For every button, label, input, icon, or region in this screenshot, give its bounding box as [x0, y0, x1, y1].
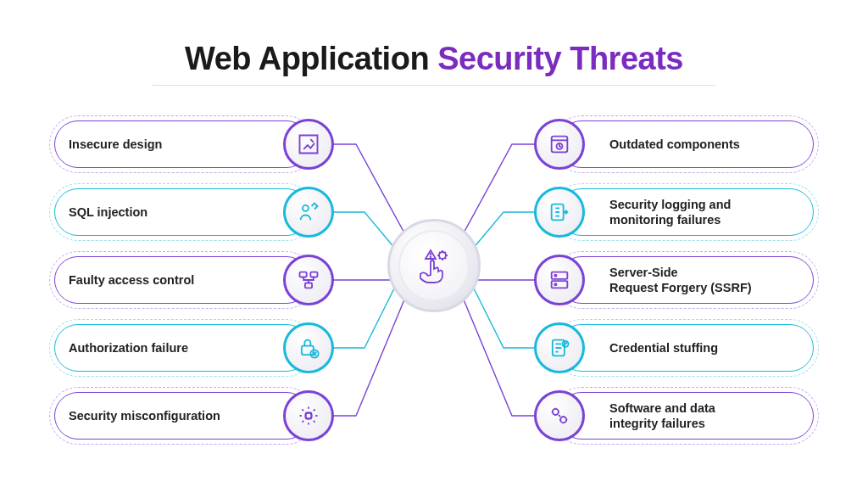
logging-icon — [534, 187, 585, 238]
lock-denied-icon — [283, 322, 334, 373]
threat-insecure-design: Insecure design — [54, 120, 310, 168]
svg-point-16 — [306, 413, 312, 419]
svg-rect-13 — [305, 283, 312, 288]
threat-label: Server-SideRequest Forgery (SSRF) — [609, 265, 752, 295]
threat-label: Insecure design — [69, 137, 162, 152]
threat-faulty-access-control: Faulty access control — [54, 256, 310, 304]
threat-credential-stuffing: Credential stuffing — [558, 324, 814, 372]
threat-authorization-failure: Authorization failure — [54, 324, 310, 372]
threat-logging-failures: Security logging andmonitoring failures — [558, 188, 814, 236]
threat-label: Security misconfiguration — [69, 408, 220, 423]
svg-rect-12 — [310, 272, 317, 277]
threat-sql-injection: SQL injection — [54, 188, 310, 236]
svg-point-27 — [553, 409, 559, 415]
hub-circle — [387, 219, 481, 312]
hand-warning-gear-icon — [414, 245, 454, 286]
threat-outdated-components: Outdated components — [558, 120, 814, 168]
title-part1: Web Application — [185, 41, 437, 76]
misconfig-icon — [283, 390, 334, 441]
access-control-icon — [283, 255, 334, 305]
svg-point-24 — [554, 283, 556, 285]
page-title: Web Application Security Threats — [0, 41, 868, 77]
title-accent: Security Threats — [437, 41, 683, 76]
svg-point-23 — [554, 275, 556, 277]
threat-label: Security logging andmonitoring failures — [609, 197, 731, 227]
title-underline — [153, 85, 715, 86]
svg-point-10 — [303, 205, 309, 211]
integrity-icon — [534, 390, 585, 441]
threat-label: Faulty access control — [69, 272, 194, 288]
svg-rect-11 — [300, 272, 307, 277]
svg-point-28 — [560, 417, 566, 423]
threat-label: SQL injection — [69, 204, 147, 220]
credential-icon — [534, 322, 585, 373]
outdated-icon — [534, 119, 585, 170]
threat-ssrf: Server-SideRequest Forgery (SSRF) — [558, 256, 814, 304]
threat-label: Credential stuffing — [609, 340, 718, 356]
threat-label: Software and dataintegrity failures — [609, 400, 715, 431]
threat-label: Authorization failure — [69, 340, 188, 356]
svg-point-30 — [431, 257, 431, 258]
threat-label: Outdated components — [609, 137, 740, 152]
threat-integrity-failures: Software and dataintegrity failures — [558, 392, 814, 440]
server-icon — [534, 255, 585, 305]
threat-security-misconfiguration: Security misconfiguration — [54, 392, 310, 440]
sql-injection-icon — [283, 187, 334, 238]
design-icon — [283, 119, 334, 170]
